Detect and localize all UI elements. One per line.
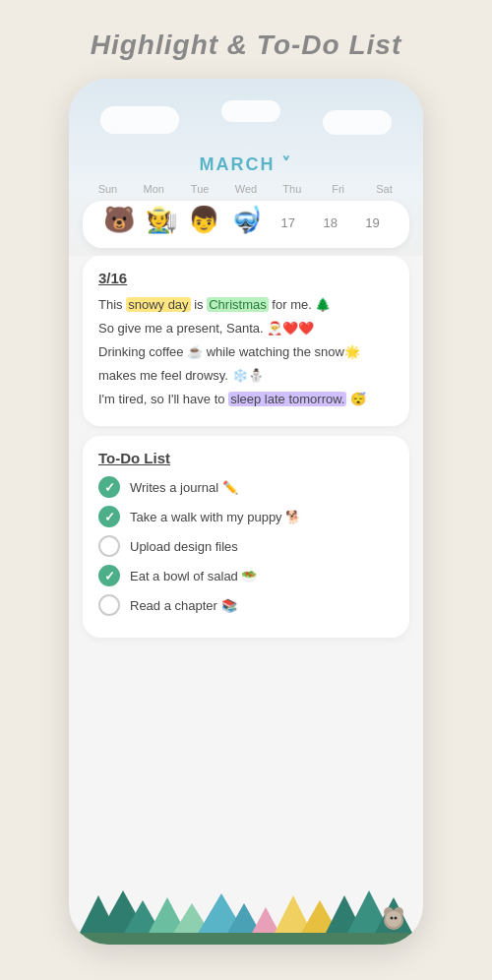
month-label: MARCH ˅ — [69, 148, 423, 179]
phone-frame: MARCH ˅ Sun Mon Tue Wed Thu Fri Sat 🐻 🧑‍… — [69, 79, 423, 945]
svg-point-17 — [386, 911, 401, 927]
page-title: Highlight & To-Do List — [91, 30, 401, 61]
highlight-christmas: Christmas — [207, 297, 269, 312]
cloud-3 — [323, 110, 392, 135]
todo-label-1: Writes a journal ✏️ — [130, 480, 238, 495]
todo-label-4: Eat a bowl of salad 🥗 — [130, 569, 257, 583]
svg-point-19 — [395, 917, 398, 920]
todo-check-1[interactable] — [98, 476, 120, 498]
avatar-sun: 🐻 — [99, 205, 139, 242]
journal-card: 3/16 This snowy day is Christmas for me.… — [83, 256, 409, 426]
todo-check-5[interactable] — [98, 594, 120, 616]
todo-item-5[interactable]: Read a chapter 📚 — [98, 594, 394, 616]
day-tue: Tue — [180, 183, 219, 195]
day-wed: Wed — [226, 183, 266, 195]
cloud-2 — [221, 100, 280, 122]
avatar-wed: 🤿 — [226, 205, 266, 242]
todo-check-2[interactable] — [98, 506, 120, 527]
highlight-sleep: sleep late tomorrow. — [228, 392, 346, 406]
todo-item-1[interactable]: Writes a journal ✏️ — [98, 476, 394, 498]
journal-line-3: Drinking coffee ☕ while watching the sno… — [98, 341, 394, 363]
day-sat: Sat — [364, 183, 403, 195]
todo-item-4[interactable]: Eat a bowl of salad 🥗 — [98, 565, 394, 586]
day-sun: Sun — [88, 183, 127, 195]
todo-check-3[interactable] — [98, 535, 120, 557]
cloud-1 — [100, 106, 179, 134]
highlight-snowy: snowy day — [126, 297, 190, 312]
svg-point-18 — [391, 917, 394, 920]
calendar-day-labels: Sun Mon Tue Wed Thu Fri Sat — [69, 179, 423, 197]
day-thu: Thu — [273, 183, 312, 195]
todo-check-4[interactable] — [98, 565, 120, 586]
todo-label-5: Read a chapter 📚 — [130, 598, 237, 613]
journal-line-4: makes me feel drowsy. ❄️⛄ — [98, 365, 394, 387]
todo-card: To-Do List Writes a journal ✏️ Take a wa… — [83, 436, 409, 638]
todo-item-2[interactable]: Take a walk with my puppy 🐕 — [98, 506, 394, 527]
day-fri: Fri — [319, 183, 358, 195]
phone-background: MARCH ˅ Sun Mon Tue Wed Thu Fri Sat 🐻 🧑‍… — [69, 79, 423, 256]
calendar-avatars-row: 🐻 🧑‍🌾 👦 🤿 17 18 19 — [83, 201, 409, 248]
todo-label-3: Upload design files — [130, 539, 238, 554]
avatar-sat: 19 — [352, 205, 392, 242]
avatar-mon: 🧑‍🌾 — [142, 205, 181, 242]
avatar-fri: 18 — [311, 205, 350, 242]
day-mon: Mon — [134, 183, 173, 195]
journal-line-5: I'm tired, so I'll have to sleep late to… — [98, 389, 394, 410]
avatar-thu: 17 — [269, 205, 308, 242]
journal-date: 3/16 — [98, 270, 394, 286]
clouds-decoration — [69, 89, 423, 148]
journal-line-2: So give me a present, Santa. 🎅❤️❤️ — [98, 318, 394, 339]
avatar-tue: 👦 — [184, 205, 223, 242]
journal-line-1: This snowy day is Christmas for me. 🌲 — [98, 294, 394, 316]
todo-label-2: Take a walk with my puppy 🐕 — [130, 510, 301, 524]
forest-decoration — [69, 866, 423, 945]
todo-item-3[interactable]: Upload design files — [98, 535, 394, 557]
svg-rect-13 — [69, 933, 423, 945]
todo-title: To-Do List — [98, 450, 394, 466]
